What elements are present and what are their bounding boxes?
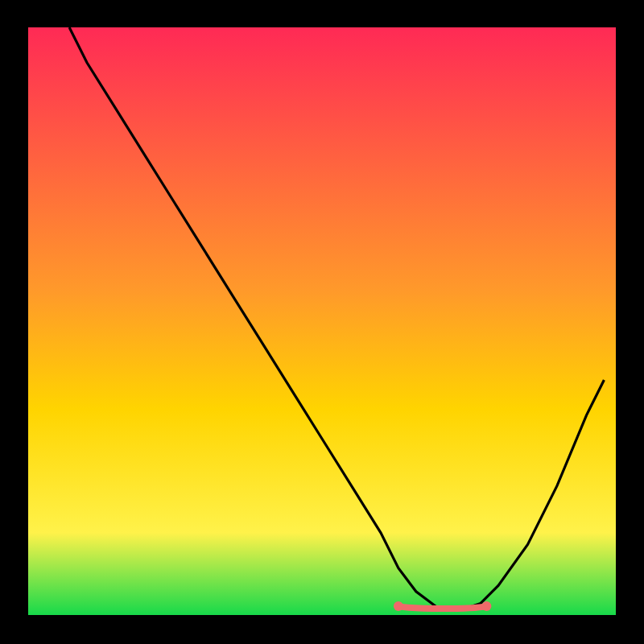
chart-flat-marker-right-dot	[481, 601, 491, 611]
chart-flat-marker	[398, 606, 487, 609]
chart-flat-marker-left-dot	[394, 601, 403, 611]
chart-gradient-area	[28, 27, 616, 615]
bottleneck-chart	[0, 0, 644, 644]
